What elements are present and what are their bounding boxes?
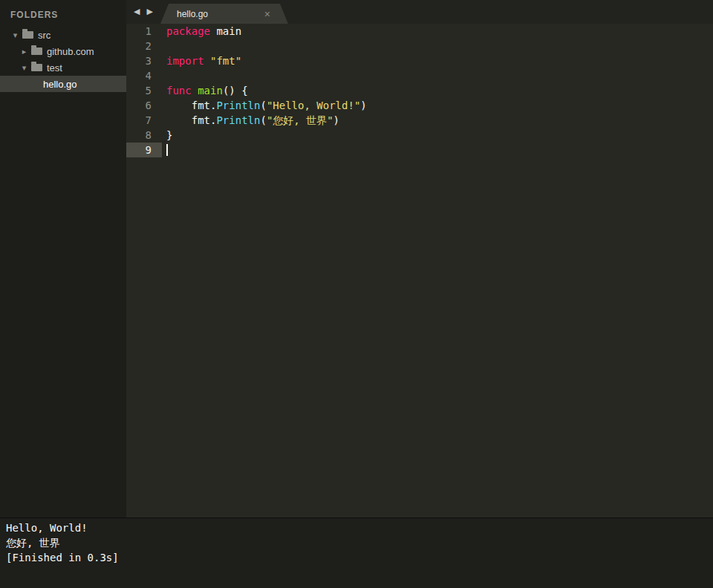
editor-pane: ◀ ▶ hello.go × 1package main23import "fm…	[126, 0, 713, 517]
tree-folder-test[interactable]: ▾test	[0, 59, 126, 76]
back-icon[interactable]: ◀	[134, 7, 140, 16]
output-line: Hello, World!	[6, 520, 707, 535]
code-line-9[interactable]: 9	[126, 143, 713, 157]
tab-hello-go[interactable]: hello.go ×	[160, 4, 288, 24]
line-number[interactable]: 7	[126, 113, 162, 128]
close-icon[interactable]: ×	[264, 9, 270, 19]
code-text: fmt.Println("您好, 世界")	[162, 113, 339, 128]
sidebar: FOLDERS ▾src▸github.com▾testhello.go	[0, 0, 126, 517]
code-line-3[interactable]: 3import "fmt"	[126, 53, 713, 68]
code-line-1[interactable]: 1package main	[126, 24, 713, 39]
line-number[interactable]: 3	[126, 53, 162, 68]
code-line-2[interactable]: 2	[126, 39, 713, 53]
folder-icon	[31, 64, 42, 71]
code-line-4[interactable]: 4	[126, 68, 713, 83]
sublime-window: FOLDERS ▾src▸github.com▾testhello.go ◀ ▶…	[0, 0, 713, 588]
code-line-7[interactable]: 7 fmt.Println("您好, 世界")	[126, 113, 713, 128]
build-output-panel[interactable]: Hello, World!您好, 世界[Finished in 0.3s]	[0, 517, 713, 588]
folder-icon	[31, 48, 42, 55]
output-line: [Finished in 0.3s]	[6, 550, 707, 565]
code-text: func main() {	[162, 83, 248, 98]
chevron-right-icon[interactable]: ▸	[19, 47, 29, 56]
tree-folder-github.com[interactable]: ▸github.com	[0, 43, 126, 59]
tree-item-label: github.com	[47, 46, 94, 57]
line-number[interactable]: 1	[126, 24, 162, 39]
output-line: 您好, 世界	[6, 535, 707, 550]
code-text	[162, 143, 168, 157]
code-line-8[interactable]: 8}	[126, 128, 713, 143]
tab-bar: ◀ ▶ hello.go ×	[126, 0, 713, 24]
tree-folder-src[interactable]: ▾src	[0, 27, 126, 43]
tree-item-label: src	[38, 30, 51, 41]
text-cursor	[166, 144, 168, 156]
line-number[interactable]: 5	[126, 83, 162, 98]
forward-icon[interactable]: ▶	[147, 7, 153, 16]
tree-file-hello.go[interactable]: hello.go	[0, 76, 126, 92]
tree-item-label: test	[47, 62, 62, 74]
history-nav: ◀ ▶	[134, 7, 157, 16]
code-editor[interactable]: 1package main23import "fmt"45func main()…	[126, 24, 713, 517]
line-number[interactable]: 4	[126, 68, 162, 83]
tree-item-label: hello.go	[43, 79, 77, 90]
chevron-down-icon[interactable]: ▾	[19, 63, 29, 73]
code-text: import "fmt"	[162, 53, 241, 68]
code-text: package main	[162, 24, 241, 39]
code-line-6[interactable]: 6 fmt.Println("Hello, World!")	[126, 98, 713, 113]
line-number[interactable]: 9	[126, 143, 162, 157]
code-line-5[interactable]: 5func main() {	[126, 83, 713, 98]
sidebar-title: FOLDERS	[0, 0, 126, 27]
line-number[interactable]: 6	[126, 98, 162, 113]
code-text: }	[162, 128, 172, 143]
line-number[interactable]: 2	[126, 39, 162, 53]
folder-icon	[22, 31, 33, 39]
line-number[interactable]: 8	[126, 128, 162, 143]
folder-tree: ▾src▸github.com▾testhello.go	[0, 27, 126, 92]
tab-label: hello.go	[177, 9, 208, 19]
code-text	[162, 39, 166, 53]
code-text	[162, 68, 166, 83]
code-text: fmt.Println("Hello, World!")	[162, 98, 367, 113]
chevron-down-icon[interactable]: ▾	[10, 30, 20, 40]
